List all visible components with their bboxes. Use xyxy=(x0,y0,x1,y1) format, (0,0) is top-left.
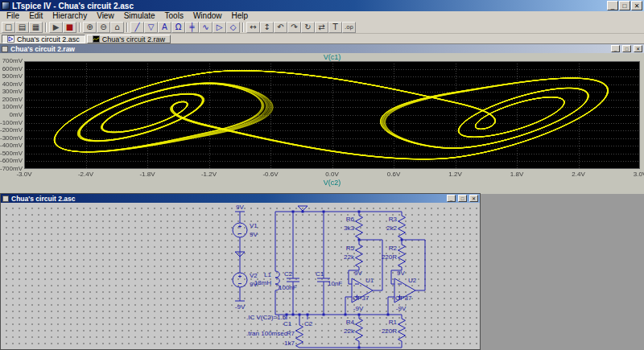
menu-file[interactable]: File xyxy=(2,11,24,21)
toolbar-separator xyxy=(242,23,244,32)
tab-schematic-label: Chua's circuit 2.asc xyxy=(17,35,80,43)
x-axis-tick-label: 1.8V xyxy=(497,171,536,178)
resistor-r4[interactable] xyxy=(356,319,363,341)
toolbar-open-file-button[interactable]: ▤ xyxy=(15,22,29,33)
v2-name-label: V2 xyxy=(250,272,258,279)
menu-window[interactable]: Window xyxy=(188,11,227,21)
x-axis-tick-label: -0.6V xyxy=(251,171,290,178)
schematic-window: Chua's circuit 2.asc _ □ ✕ xyxy=(0,193,481,350)
r3-name-label: R3 xyxy=(389,216,398,223)
menu-view[interactable]: View xyxy=(92,11,119,21)
l1-name-label: L1 xyxy=(264,271,271,278)
app-icon xyxy=(2,2,10,10)
y-axis-tick-label: -300mV xyxy=(0,134,23,142)
u2-value-label: OP37 xyxy=(395,294,412,302)
toolbar-separator xyxy=(45,23,47,32)
y-axis-tick-label: 600mV xyxy=(0,65,23,72)
mdi-area: Chua's circuit 2.raw _ □ ✕ V(c1) 700mV60… xyxy=(0,44,644,350)
toolbar-zoom-out-button[interactable]: ⊖ xyxy=(97,22,110,33)
x-axis-tick-label: 3.0V xyxy=(621,171,644,178)
toolbar-spice-directive-button[interactable]: .op xyxy=(342,22,356,33)
schematic-close-button[interactable]: ✕ xyxy=(469,195,478,202)
toolbar-halt-simulation-button[interactable]: ■ xyxy=(63,22,76,33)
schematic-maximize-button[interactable]: □ xyxy=(458,195,467,202)
waveform-canvas[interactable] xyxy=(24,61,640,169)
schematic-labels: 9V V1 9V V2 9V -9V L1 18mH C2 100nF C1 1… xyxy=(235,204,417,347)
schematic-window-titlebar[interactable]: Chua's circuit 2.asc _ □ ✕ xyxy=(1,194,480,203)
y-axis-tick-label: 300mV xyxy=(0,88,23,95)
toolbar-text-button[interactable]: T xyxy=(328,22,342,33)
toolbar-zoom-full-extents-button[interactable]: ⌂ xyxy=(110,22,124,33)
main-titlebar[interactable]: LTspice IV - Chua's circuit 2.asc _ □ ✕ xyxy=(0,0,644,11)
resistor-r5[interactable] xyxy=(356,245,363,267)
plot-area xyxy=(24,61,640,169)
u2-name-label: U2 xyxy=(408,277,417,284)
r6-value-label: 3k3 xyxy=(344,224,354,232)
menu-hierarchy[interactable]: Hierarchy xyxy=(47,11,92,21)
c2-value-label: 100nF xyxy=(279,284,297,291)
toolbar-redo-button[interactable]: ↷ xyxy=(287,22,301,33)
waveform-minimize-button[interactable]: _ xyxy=(611,45,620,52)
resistor-r2[interactable] xyxy=(398,245,406,267)
toolbar-net-label-button[interactable]: A xyxy=(158,22,171,33)
r5-value-label: 22k xyxy=(344,253,355,261)
toolbar-wire-button[interactable]: ╱ xyxy=(130,22,144,33)
resistor-r7[interactable] xyxy=(296,325,303,348)
waveform-maximize-button[interactable]: □ xyxy=(622,45,631,52)
toolbar-mirror-button[interactable]: ⇄ xyxy=(315,22,328,33)
toolbar-separator xyxy=(79,23,80,32)
menu-tools[interactable]: Tools xyxy=(160,11,188,21)
r1-name-label: R1 xyxy=(389,319,398,326)
toolbar-diode-button[interactable]: ▷ xyxy=(213,22,226,33)
tab-schematic[interactable]: Chua's circuit 2.asc xyxy=(2,35,85,43)
toolbar-drag-button[interactable]: ↕ xyxy=(260,22,274,33)
toolbar-undo-button[interactable]: ↶ xyxy=(274,22,287,33)
toolbar-ground-button[interactable]: ▽ xyxy=(144,22,158,33)
waveform-pane: V(c1) 700mV600mV500mV400mV300mV200mV100m… xyxy=(0,53,644,194)
r6-name-label: R6 xyxy=(346,216,355,223)
y-axis-tick-label: -400mV xyxy=(0,142,23,149)
schematic-drawing[interactable]: 9V V1 9V V2 9V -9V L1 18mH C2 100nF C1 1… xyxy=(1,203,480,349)
toolbar-inductor-button[interactable]: ∿ xyxy=(199,22,213,33)
spice-directive-tran: .tran 100msec xyxy=(246,330,287,337)
menu-simulate[interactable]: Simulate xyxy=(119,11,160,21)
y-axis-tick-label: -100mV xyxy=(0,119,23,126)
toolbar-component-button[interactable]: ◇ xyxy=(226,22,240,33)
toolbar-new-schematic-button[interactable]: □ xyxy=(2,22,15,33)
menu-edit[interactable]: Edit xyxy=(24,11,47,21)
schematic-canvas[interactable]: 9V V1 9V V2 9V -9V L1 18mH C2 100nF C1 1… xyxy=(1,203,480,349)
resistor-r1[interactable] xyxy=(398,319,406,341)
tab-waveform[interactable]: Chua's circuit 2.raw xyxy=(87,35,171,43)
net-label-c1: C1 xyxy=(283,320,292,327)
toolbar-rotate-button[interactable]: ↻ xyxy=(301,22,315,33)
v1-name-label: V1 xyxy=(250,222,258,229)
waveform-window-titlebar[interactable]: Chua's circuit 2.raw _ □ ✕ xyxy=(0,44,644,53)
waveform-close-button[interactable]: ✕ xyxy=(634,45,642,52)
toolbar-capacitor-button[interactable]: ╪ xyxy=(185,22,199,33)
toolbar-zoom-in-button[interactable]: ⊕ xyxy=(83,22,97,33)
schematic-minimize-button[interactable]: _ xyxy=(447,195,456,202)
toolbar-resistor-button[interactable]: Ω xyxy=(171,22,185,33)
tab-waveform-label: Chua's circuit 2.raw xyxy=(102,35,165,43)
voltage-source-v2[interactable] xyxy=(233,273,247,287)
voltage-source-v1[interactable] xyxy=(233,223,247,237)
menu-help[interactable]: Help xyxy=(227,11,254,21)
resistor-r6[interactable] xyxy=(356,216,363,238)
toolbar-save-button[interactable]: ▦ xyxy=(29,22,43,33)
capacitor-c2[interactable] xyxy=(287,278,299,282)
r4-value-label: 22k xyxy=(344,327,355,335)
waveform-window-title: Chua's circuit 2.raw xyxy=(10,45,609,53)
maximize-button[interactable]: □ xyxy=(619,1,630,10)
close-button[interactable]: ✕ xyxy=(631,1,642,10)
y-axis-tick-label: 500mV xyxy=(0,72,23,80)
c1-name-label: C1 xyxy=(316,270,324,278)
spice-directive-ic: .IC V(C2)=1.5 xyxy=(246,314,287,321)
resistor-r3[interactable] xyxy=(398,216,406,238)
l1-value-label: 18mH xyxy=(254,279,272,286)
minimize-button[interactable]: _ xyxy=(607,1,618,10)
r3-value-label: 2k2 xyxy=(386,224,397,232)
x-axis-tick-label: -1.8V xyxy=(128,171,167,178)
toolbar-move-button[interactable]: ↔ xyxy=(246,22,260,33)
toolbar-run-simulation-button[interactable]: ▶ xyxy=(49,22,63,33)
toolbar: □▤▦▶■⊕⊖⌂╱▽AΩ╪∿▷◇↔↕↶↷↻⇄T.op xyxy=(0,21,644,34)
